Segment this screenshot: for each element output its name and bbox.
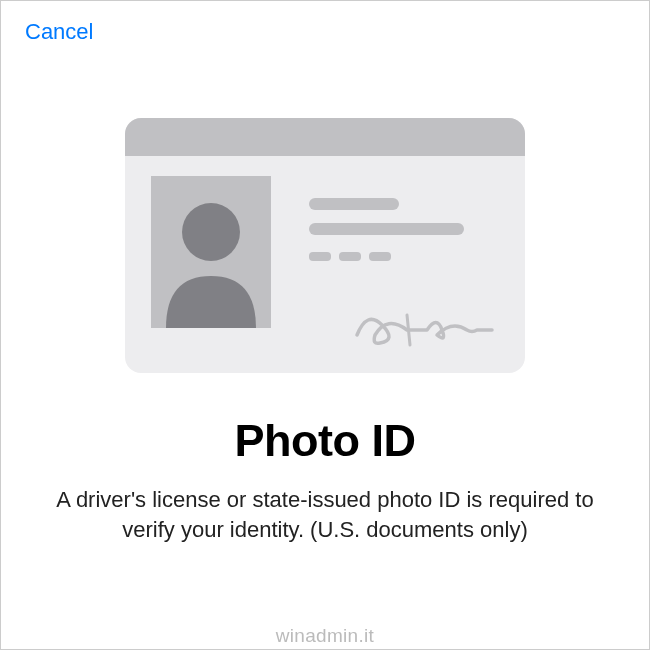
card-dot	[369, 252, 391, 261]
cancel-button[interactable]: Cancel	[25, 19, 93, 45]
id-card-illustration	[125, 118, 525, 373]
card-dots	[309, 252, 391, 261]
watermark-text: winadmin.it	[276, 625, 374, 647]
header: Cancel	[1, 1, 649, 63]
svg-point-0	[182, 203, 240, 261]
page-description: A driver's license or state-issued photo…	[50, 485, 600, 544]
page-title: Photo ID	[235, 415, 416, 467]
card-top-strip	[125, 118, 525, 156]
card-dot	[339, 252, 361, 261]
card-text-line	[309, 223, 464, 235]
signature-icon	[352, 305, 497, 353]
id-photo-placeholder	[151, 176, 271, 328]
person-silhouette-icon	[151, 176, 271, 328]
card-dot	[309, 252, 331, 261]
main-content: Photo ID A driver's license or state-iss…	[1, 63, 649, 544]
card-text-line	[309, 198, 399, 210]
